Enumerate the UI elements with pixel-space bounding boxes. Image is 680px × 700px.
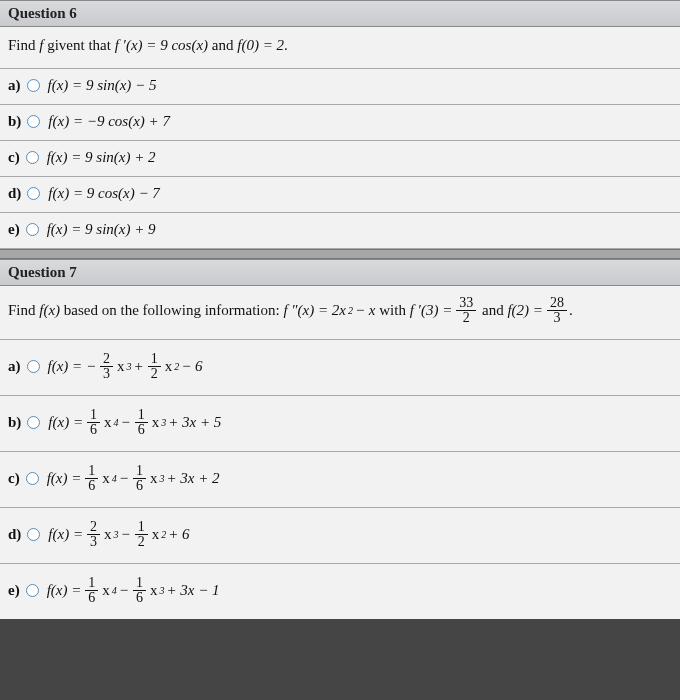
q7-choice-a[interactable]: a) f(x) = − 23 x3 + 12 x2 − 6 [0, 340, 680, 396]
radio-icon[interactable] [27, 79, 40, 92]
question-7-choices: a) f(x) = − 23 x3 + 12 x2 − 6 b) f(x) = … [0, 340, 680, 619]
fraction-num: 1 [133, 576, 146, 591]
choice-expr: f(x) = 9 sin(x) − 5 [48, 77, 157, 94]
q6-prompt-mid: givent that [43, 37, 114, 53]
fraction-den: 3 [100, 367, 113, 381]
q7-prompt-and: and [478, 302, 507, 318]
fraction-den: 2 [135, 535, 148, 549]
q6-choice-a[interactable]: a) f(x) = 9 sin(x) − 5 [0, 69, 680, 105]
choice-label: c) [8, 149, 20, 166]
op: − [119, 582, 129, 599]
fraction-num: 1 [135, 520, 148, 535]
choice-label: a) [8, 77, 21, 94]
choice-label: d) [8, 185, 21, 202]
expr-lead: f(x) = [47, 582, 82, 599]
expr-lead: f(x) = [48, 414, 83, 431]
radio-icon[interactable] [27, 187, 40, 200]
q7-choice-c[interactable]: c) f(x) = 16 x4 − 16 x3 + 3x + 2 [0, 452, 680, 508]
question-7-prompt: Find f(x) based on the following informa… [0, 286, 680, 340]
op: − [121, 414, 131, 431]
radio-icon[interactable] [27, 360, 40, 373]
q6-prompt-and: and [208, 37, 237, 53]
radio-icon[interactable] [26, 223, 39, 236]
q7-prompt-mid: based on the following information: [60, 302, 283, 318]
tail: − 6 [181, 358, 202, 375]
q7-prompt-with: with [376, 302, 410, 318]
choice-label: e) [8, 582, 20, 599]
choice-expr: f(x) = 16 x4 − 16 x3 + 3x − 1 [47, 576, 220, 605]
choice-label: e) [8, 221, 20, 238]
q6-prompt-end: . [284, 37, 288, 53]
radio-icon[interactable] [26, 584, 39, 597]
fraction-den: 6 [133, 591, 146, 605]
choice-label: c) [8, 470, 20, 487]
fraction: 283 [547, 296, 567, 325]
choice-expr: f(x) = 9 sin(x) + 9 [47, 221, 156, 238]
fraction-den: 6 [85, 591, 98, 605]
fraction: 16 [87, 408, 100, 437]
fraction: 12 [148, 352, 161, 381]
expr-lead: f(x) = − [48, 358, 97, 375]
fraction: 332 [456, 296, 476, 325]
op: − [119, 470, 129, 487]
q7-prompt-pre: Find [8, 302, 39, 318]
choice-expr: f(x) = 9 sin(x) + 2 [47, 149, 156, 166]
fraction: 16 [135, 408, 148, 437]
fraction-den: 3 [550, 311, 563, 325]
radio-icon[interactable] [26, 151, 39, 164]
fraction-den: 2 [148, 367, 161, 381]
q6-choice-c[interactable]: c) f(x) = 9 sin(x) + 2 [0, 141, 680, 177]
q6-choice-d[interactable]: d) f(x) = 9 cos(x) − 7 [0, 177, 680, 213]
q7-prompt-end: . [569, 302, 573, 318]
choice-label: b) [8, 113, 21, 130]
question-6-choices: a) f(x) = 9 sin(x) − 5 b) f(x) = −9 cos(… [0, 69, 680, 249]
fraction-num: 33 [456, 296, 476, 311]
fraction: 23 [87, 520, 100, 549]
tail: + 3x + 5 [168, 414, 221, 431]
fraction-den: 3 [87, 535, 100, 549]
fraction-num: 1 [133, 464, 146, 479]
tail: + 6 [168, 526, 189, 543]
expr-lead: f(x) = [47, 470, 82, 487]
fraction-den: 6 [85, 479, 98, 493]
op: + [134, 358, 144, 375]
fraction: 12 [135, 520, 148, 549]
q7-prompt-fx: f(x) [39, 302, 60, 319]
q7-choice-d[interactable]: d) f(x) = 23 x3 − 12 x2 + 6 [0, 508, 680, 564]
expr-lead: f(x) = [48, 526, 83, 543]
op: − [121, 526, 131, 543]
fraction-den: 6 [135, 423, 148, 437]
radio-icon[interactable] [27, 115, 40, 128]
fraction-num: 1 [85, 576, 98, 591]
q6-choice-b[interactable]: b) f(x) = −9 cos(x) + 7 [0, 105, 680, 141]
question-6-header: Question 6 [0, 0, 680, 27]
question-7-header: Question 7 [0, 259, 680, 286]
choice-expr: f(x) = 23 x3 − 12 x2 + 6 [48, 520, 189, 549]
radio-icon[interactable] [27, 528, 40, 541]
fraction-den: 2 [460, 311, 473, 325]
q7-choice-b[interactable]: b) f(x) = 16 x4 − 16 x3 + 3x + 5 [0, 396, 680, 452]
fraction: 16 [85, 464, 98, 493]
q6-prompt-pre: Find [8, 37, 39, 53]
q6-prompt-cond: f(0) = 2 [237, 37, 284, 54]
tail: + 3x − 1 [166, 582, 219, 599]
q7-prompt-f2: f(2) = [507, 302, 543, 319]
fraction-num: 28 [547, 296, 567, 311]
q6-choice-e[interactable]: e) f(x) = 9 sin(x) + 9 [0, 213, 680, 249]
q7-prompt-d2: f ″(x) = 2x [283, 302, 346, 319]
q6-prompt-deriv: f ′(x) = 9 cos(x) [115, 37, 208, 54]
radio-icon[interactable] [26, 472, 39, 485]
choice-expr: f(x) = 16 x4 − 16 x3 + 3x + 5 [48, 408, 221, 437]
choice-expr: f(x) = 9 cos(x) − 7 [48, 185, 159, 202]
fraction-num: 2 [100, 352, 113, 367]
fraction: 16 [85, 576, 98, 605]
fraction: 16 [133, 576, 146, 605]
question-divider [0, 249, 680, 259]
choice-label: b) [8, 414, 21, 431]
fraction-num: 1 [135, 408, 148, 423]
fraction-num: 1 [87, 408, 100, 423]
q7-choice-e[interactable]: e) f(x) = 16 x4 − 16 x3 + 3x − 1 [0, 564, 680, 619]
radio-icon[interactable] [27, 416, 40, 429]
choice-label: d) [8, 526, 21, 543]
fraction-num: 1 [148, 352, 161, 367]
